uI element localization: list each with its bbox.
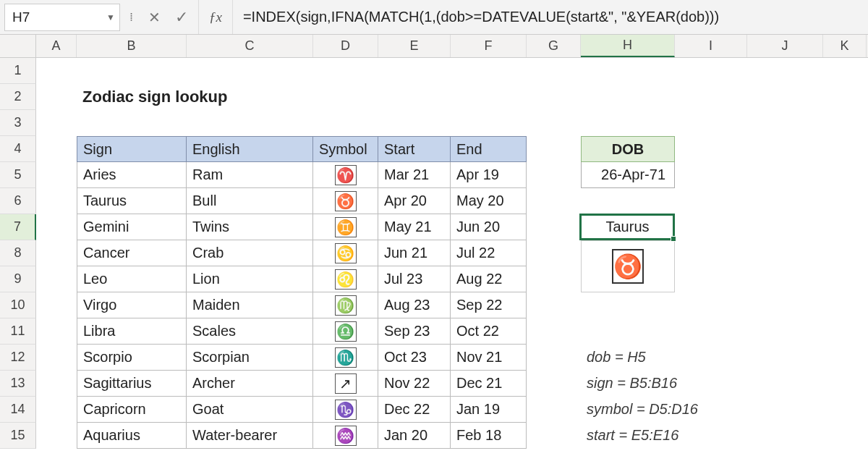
cell-symbol[interactable]: ♏ bbox=[313, 345, 378, 371]
cell-start[interactable]: Jul 23 bbox=[378, 266, 451, 292]
cell-english[interactable]: Twins bbox=[187, 214, 313, 240]
cell-sign[interactable]: Cancer bbox=[77, 240, 187, 266]
cell-start[interactable]: Oct 23 bbox=[378, 345, 451, 371]
cell-sign[interactable]: Capricorn bbox=[77, 397, 187, 423]
cell-english[interactable]: Maiden bbox=[187, 292, 313, 318]
row-header-13[interactable]: 13 bbox=[0, 371, 36, 397]
row-header-5[interactable]: 5 bbox=[0, 162, 36, 188]
cell-sign[interactable]: Scorpio bbox=[77, 345, 187, 371]
th-sign: Sign bbox=[77, 136, 187, 162]
name-box-value: H7 bbox=[12, 9, 30, 25]
select-all-corner[interactable] bbox=[0, 35, 36, 57]
cell-symbol[interactable]: ♈ bbox=[313, 162, 378, 188]
row-header-1[interactable]: 1 bbox=[0, 58, 36, 84]
th-symbol: Symbol bbox=[313, 136, 378, 162]
col-header-a[interactable]: A bbox=[36, 35, 77, 57]
cell-english[interactable]: Goat bbox=[187, 397, 313, 423]
cell-end[interactable]: Jun 20 bbox=[451, 214, 527, 240]
cell-start[interactable]: Sep 23 bbox=[378, 318, 451, 345]
result-sign-cell[interactable]: Taurus bbox=[581, 214, 675, 240]
zodiac-icon: ♉ bbox=[335, 191, 357, 211]
cells-area[interactable]: Zodiac sign lookup Sign English Symbol S… bbox=[36, 58, 868, 449]
col-header-g[interactable]: G bbox=[527, 35, 581, 57]
cell-sign[interactable]: Leo bbox=[77, 266, 187, 292]
row-header-2[interactable]: 2 bbox=[0, 84, 36, 110]
formula-input[interactable]: =INDEX(sign,IFNA(MATCH(1,(dob>=DATEVALUE… bbox=[233, 9, 868, 25]
fx-icon[interactable]: ƒx bbox=[199, 0, 233, 34]
chevron-down-icon[interactable]: ▼ bbox=[106, 12, 115, 22]
zodiac-icon: ♌ bbox=[335, 269, 357, 290]
cell-english[interactable]: Scales bbox=[187, 318, 313, 345]
cancel-icon[interactable]: ✕ bbox=[148, 9, 161, 26]
cell-sign[interactable]: Gemini bbox=[77, 214, 187, 240]
cell-english[interactable]: Scorpian bbox=[187, 345, 313, 371]
cell-symbol[interactable]: ♍ bbox=[313, 292, 378, 318]
cell-sign[interactable]: Libra bbox=[77, 318, 187, 345]
dob-value[interactable]: 26-Apr-71 bbox=[581, 162, 675, 188]
accept-icon[interactable]: ✓ bbox=[175, 8, 188, 27]
row-header-7[interactable]: 7 bbox=[0, 214, 36, 240]
row-header-4[interactable]: 4 bbox=[0, 136, 36, 162]
row-header-8[interactable]: 8 bbox=[0, 240, 36, 266]
cell-start[interactable]: Nov 22 bbox=[378, 371, 451, 397]
cell-start[interactable]: Apr 20 bbox=[378, 188, 451, 214]
col-header-c[interactable]: C bbox=[187, 35, 313, 57]
cell-end[interactable]: Aug 22 bbox=[451, 266, 527, 292]
cell-end[interactable]: Sep 22 bbox=[451, 292, 527, 318]
th-end: End bbox=[451, 136, 527, 162]
cell-start[interactable]: Dec 22 bbox=[378, 397, 451, 423]
cell-end[interactable]: Apr 19 bbox=[451, 162, 527, 188]
col-header-h[interactable]: H bbox=[581, 35, 675, 57]
cell-symbol[interactable]: ↗ bbox=[313, 371, 378, 397]
cell-symbol[interactable]: ♒ bbox=[313, 423, 378, 449]
cell-end[interactable]: May 20 bbox=[451, 188, 527, 214]
cell-sign[interactable]: Aquarius bbox=[77, 423, 187, 449]
row-header-9[interactable]: 9 bbox=[0, 266, 36, 292]
cell-start[interactable]: Jun 21 bbox=[378, 240, 451, 266]
row-header-12[interactable]: 12 bbox=[0, 345, 36, 371]
cell-start[interactable]: Mar 21 bbox=[378, 162, 451, 188]
cell-symbol[interactable]: ♉ bbox=[313, 188, 378, 214]
row-header-3[interactable]: 3 bbox=[0, 110, 36, 136]
cell-symbol[interactable]: ♌ bbox=[313, 266, 378, 292]
expand-icon[interactable]: ⁞ bbox=[129, 14, 134, 20]
col-header-b[interactable]: B bbox=[77, 35, 187, 57]
cell-sign[interactable]: Sagittarius bbox=[77, 371, 187, 397]
cell-sign[interactable]: Virgo bbox=[77, 292, 187, 318]
cell-english[interactable]: Lion bbox=[187, 266, 313, 292]
cell-english[interactable]: Crab bbox=[187, 240, 313, 266]
cell-end[interactable]: Nov 21 bbox=[451, 345, 527, 371]
col-header-k[interactable]: K bbox=[823, 35, 867, 57]
cell-end[interactable]: Jul 22 bbox=[451, 240, 527, 266]
cell-end[interactable]: Dec 21 bbox=[451, 371, 527, 397]
row-header-15[interactable]: 15 bbox=[0, 423, 36, 449]
cell-english[interactable]: Archer bbox=[187, 371, 313, 397]
col-header-d[interactable]: D bbox=[313, 35, 378, 57]
col-header-j[interactable]: J bbox=[747, 35, 823, 57]
cell-english[interactable]: Ram bbox=[187, 162, 313, 188]
cell-end[interactable]: Feb 18 bbox=[451, 423, 527, 449]
row-header-10[interactable]: 10 bbox=[0, 292, 36, 318]
col-header-f[interactable]: F bbox=[451, 35, 527, 57]
name-box[interactable]: H7 ▼ bbox=[4, 4, 120, 31]
cell-symbol[interactable]: ♋ bbox=[313, 240, 378, 266]
cell-start[interactable]: May 21 bbox=[378, 214, 451, 240]
cell-end[interactable]: Jan 19 bbox=[451, 397, 527, 423]
cell-end[interactable]: Oct 22 bbox=[451, 318, 527, 345]
zodiac-icon: ♑ bbox=[335, 400, 357, 420]
cell-sign[interactable]: Aries bbox=[77, 162, 187, 188]
cell-symbol[interactable]: ♎ bbox=[313, 318, 378, 345]
cell-start[interactable]: Jan 20 bbox=[378, 423, 451, 449]
cell-sign[interactable]: Taurus bbox=[77, 188, 187, 214]
row-header-14[interactable]: 14 bbox=[0, 397, 36, 423]
row-header-6[interactable]: 6 bbox=[0, 188, 36, 214]
cell-symbol[interactable]: ♊ bbox=[313, 214, 378, 240]
cell-english[interactable]: Bull bbox=[187, 188, 313, 214]
col-header-e[interactable]: E bbox=[378, 35, 451, 57]
dob-label: DOB bbox=[581, 136, 675, 162]
row-header-11[interactable]: 11 bbox=[0, 318, 36, 345]
cell-symbol[interactable]: ♑ bbox=[313, 397, 378, 423]
cell-english[interactable]: Water-bearer bbox=[187, 423, 313, 449]
col-header-i[interactable]: I bbox=[675, 35, 747, 57]
cell-start[interactable]: Aug 23 bbox=[378, 292, 451, 318]
